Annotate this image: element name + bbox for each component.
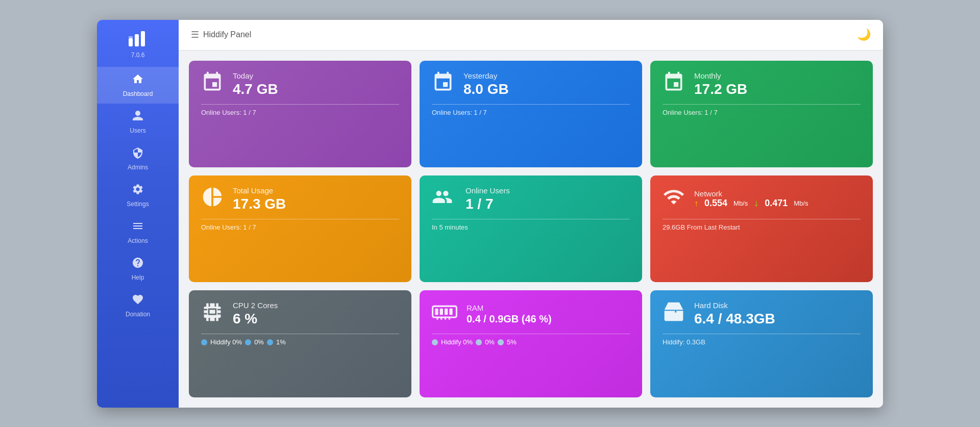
today-sub: Online Users: 1 / 7 — [201, 109, 399, 116]
svg-rect-6 — [440, 309, 443, 315]
network-title: Network — [694, 189, 808, 198]
donation-icon — [132, 293, 144, 309]
sidebar-item-admins[interactable]: Admins — [97, 140, 179, 177]
harddisk-icon — [663, 300, 685, 328]
dashboard-grid: Today 4.7 GB Online Users: 1 / 7 Yesterd… — [179, 51, 883, 408]
network-icon — [663, 186, 685, 213]
ram-dot-1 — [432, 339, 438, 345]
card-monthly: Monthly 17.2 GB Online Users: 1 / 7 — [650, 61, 873, 167]
sidebar-label-users: Users — [130, 127, 145, 134]
sidebar-label-help: Help — [132, 274, 144, 281]
help-icon — [132, 257, 144, 272]
app-version: 7.0.6 — [131, 52, 145, 59]
logo-icon — [128, 29, 148, 51]
monthly-value: 17.2 GB — [694, 81, 747, 97]
online-users-icon — [432, 186, 456, 213]
panel-title: Hiddify Panel — [203, 30, 251, 39]
svg-rect-8 — [449, 309, 452, 315]
cpu-value: 6 % — [233, 311, 278, 327]
app-window: 7.0.6 Dashboard Users Admins — [97, 20, 883, 408]
network-unit2: Mb/s — [794, 199, 808, 207]
sidebar-item-settings[interactable]: Settings — [97, 177, 179, 214]
svg-rect-5 — [435, 309, 438, 315]
network-unit1: Mb/s — [733, 199, 748, 207]
menu-icon: ☰ — [191, 29, 199, 40]
cpu-dot-2 — [245, 339, 251, 345]
cpu-dot-1 — [201, 339, 207, 345]
ram-value: 0.4 / 0.9GB (46 %) — [467, 313, 552, 325]
monthly-title: Monthly — [694, 71, 747, 80]
monthly-sub: Online Users: 1 / 7 — [663, 109, 861, 116]
sidebar-item-actions[interactable]: Actions — [97, 214, 179, 250]
network-down: 0.471 — [765, 198, 788, 209]
card-network: Network ↑ 0.554 Mb/s ↓ 0.471 Mb/s 29.6GB… — [650, 175, 873, 282]
online-users-title: Online Users — [465, 186, 510, 195]
settings-icon — [132, 183, 144, 198]
sidebar-label-settings: Settings — [127, 200, 149, 208]
cpu-sub: Hiddify 0% 0% 1% — [201, 338, 399, 346]
harddisk-sub: Hiddify: 0.3GB — [663, 338, 861, 346]
sidebar-nav: Dashboard Users Admins Settings — [97, 67, 179, 399]
moon-button[interactable]: 🌙 — [857, 28, 871, 41]
network-sub: 29.6GB From Last Restart — [663, 223, 861, 231]
ram-icon — [432, 300, 457, 328]
card-total-usage: Total Usage 17.3 GB Online Users: 1 / 7 — [189, 175, 411, 282]
card-online-users: Online Users 1 / 7 In 5 minutes — [420, 175, 642, 282]
sidebar-label-admins: Admins — [128, 164, 148, 171]
total-usage-title: Total Usage — [233, 186, 286, 195]
svg-rect-3 — [129, 36, 133, 38]
sidebar-label-dashboard: Dashboard — [123, 90, 153, 97]
network-up: 0.554 — [704, 198, 727, 209]
header-title-group: ☰ Hiddify Panel — [191, 29, 251, 40]
today-icon — [201, 71, 224, 98]
card-ram: RAM 0.4 / 0.9GB (46 %) Hiddify 0% 0% 5% — [420, 290, 642, 397]
today-value: 4.7 GB — [233, 81, 278, 97]
svg-rect-0 — [129, 38, 133, 46]
total-usage-sub: Online Users: 1 / 7 — [201, 223, 399, 231]
sidebar-logo: 7.0.6 — [128, 20, 148, 63]
monthly-icon — [663, 71, 685, 98]
svg-rect-7 — [445, 309, 448, 315]
main-content: ☰ Hiddify Panel 🌙 Today 4.7 GB — [179, 20, 883, 408]
sidebar-label-donation: Donation — [126, 311, 150, 318]
admins-icon — [132, 146, 144, 162]
svg-rect-2 — [141, 31, 145, 46]
harddisk-value: 6.4 / 48.3GB — [694, 311, 775, 327]
yesterday-sub: Online Users: 1 / 7 — [432, 109, 630, 116]
sidebar-item-donation[interactable]: Donation — [97, 287, 179, 324]
header: ☰ Hiddify Panel 🌙 — [179, 20, 883, 51]
ram-dot-3 — [498, 339, 504, 345]
online-users-value: 1 / 7 — [465, 196, 510, 212]
sidebar-item-users[interactable]: Users — [97, 104, 179, 140]
ram-dot-2 — [476, 339, 482, 345]
cpu-title: CPU 2 Cores — [233, 301, 278, 310]
ram-title: RAM — [467, 304, 552, 312]
yesterday-title: Yesterday — [463, 71, 509, 80]
harddisk-title: Hard Disk — [694, 301, 775, 310]
total-usage-value: 17.3 GB — [233, 196, 286, 212]
sidebar-item-help[interactable]: Help — [97, 250, 179, 287]
today-title: Today — [233, 71, 278, 80]
yesterday-value: 8.0 GB — [463, 81, 509, 97]
card-cpu: CPU 2 Cores 6 % Hiddify 0% 0% 1% — [189, 290, 411, 397]
cpu-dot-3 — [267, 339, 273, 345]
cpu-icon — [201, 300, 224, 328]
sidebar-label-actions: Actions — [128, 237, 148, 244]
sidebar-item-dashboard[interactable]: Dashboard — [97, 67, 179, 104]
sidebar: 7.0.6 Dashboard Users Admins — [97, 20, 179, 408]
card-yesterday: Yesterday 8.0 GB Online Users: 1 / 7 — [420, 61, 642, 167]
card-harddisk: Hard Disk 6.4 / 48.3GB Hiddify: 0.3GB — [650, 290, 873, 397]
users-icon — [132, 110, 144, 125]
svg-rect-1 — [135, 34, 139, 46]
online-users-sub: In 5 minutes — [432, 223, 630, 231]
actions-icon — [132, 220, 144, 235]
ram-sub: Hiddify 0% 0% 5% — [432, 338, 630, 346]
total-usage-icon — [201, 186, 224, 213]
dashboard-icon — [132, 73, 144, 88]
yesterday-icon — [432, 71, 454, 98]
card-today: Today 4.7 GB Online Users: 1 / 7 — [189, 61, 411, 167]
